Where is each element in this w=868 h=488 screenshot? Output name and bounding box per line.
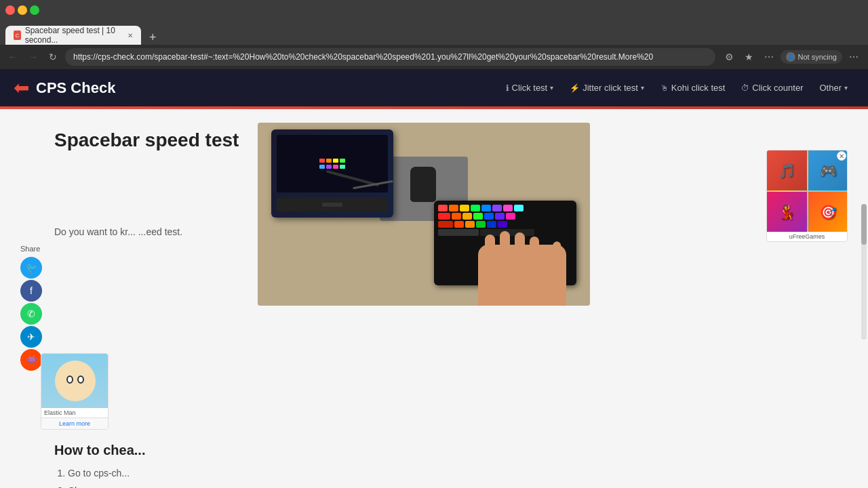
nav-item-click-test[interactable]: ℹ Click test ▾ [499,79,561,97]
facebook-share-button[interactable]: f [20,280,42,302]
more-button[interactable]: ⋯ [760,49,778,65]
side-ad-container: 🎵 🎮 💃 🎯 uFreeGames ✕ [766,150,848,242]
how-to-list: Go to cps-ch... Choose spac... Click "ST… [54,465,827,488]
nav-item-counter[interactable]: ⏱ Click counter [734,79,810,97]
nav-label-jitter: Jitter click test [583,83,638,93]
address-bar: ← → ↻ ⚙ ★ ⋯ 👤 Not syncing ⋯ [0,45,868,69]
elastic-man-learn-more[interactable]: Learn more [41,418,108,429]
nav-label-kohi: Kohi click test [671,83,725,93]
tab-close-button[interactable]: ✕ [127,32,133,39]
window-controls [5,5,39,15]
share-label: Share [20,245,42,253]
share-sidebar: Share 🐦 f ✆ ✈ 👾 [20,245,42,371]
nav-label-other: Other [819,83,842,93]
forward-button[interactable]: → [26,49,41,65]
settings-button[interactable]: ⋯ [845,49,863,65]
sync-button[interactable]: 👤 Not syncing [781,50,842,64]
dropdown-arrow-icon: ▾ [550,84,553,92]
refresh-button[interactable]: ↻ [46,49,60,65]
logo-arrow-icon: ⬅ [14,77,29,99]
mouse [410,167,436,202]
telegram-share-button[interactable]: ✈ [20,326,42,348]
hand [478,245,566,306]
how-to-item-1: Go to cps-ch... [68,465,827,482]
info-icon: ℹ [506,83,509,93]
nav-item-kohi[interactable]: 🖱 Kohi click test [654,79,732,97]
side-ad-image: 🎵 🎮 💃 🎯 [767,150,848,232]
maximize-button[interactable] [30,5,39,15]
sync-label: Not syncing [798,53,837,61]
scrollbar[interactable] [861,204,867,340]
side-ad-inner: 🎵 🎮 💃 🎯 uFreeGames [766,150,848,242]
nav-item-jitter[interactable]: ⚡ Jitter click test ▾ [563,79,651,97]
logo[interactable]: ⬅ CPS Check [14,77,115,99]
jitter-icon: ⚡ [570,83,580,93]
close-button[interactable] [5,5,15,15]
video-overlay [258,123,590,306]
browser-window: C Spacebar speed test | 10 second... ✕ +… [0,0,868,488]
side-ad: 🎵 🎮 💃 🎯 uFreeGames ✕ [766,150,848,242]
minimize-button[interactable] [18,5,27,15]
logo-text: CPS Check [36,79,115,97]
sync-icon: 👤 [786,52,795,62]
reddit-share-button[interactable]: 👾 [20,349,42,371]
tab-favicon: C [14,30,21,40]
side-ad-close-button[interactable]: ✕ [837,151,846,161]
how-to-section: How to chea... Go to cps-ch... Choose sp… [54,443,827,488]
active-tab[interactable]: C Spacebar speed test | 10 second... ✕ [5,26,141,45]
favorites-button[interactable]: ★ [741,49,757,65]
timer-icon: ⏱ [741,83,749,93]
whatsapp-share-button[interactable]: ✆ [20,303,42,325]
dropdown-arrow-jitter-icon: ▾ [641,84,644,92]
dropdown-arrow-other-icon: ▾ [844,84,848,92]
address-input[interactable] [65,48,715,66]
nav-items: ℹ Click test ▾ ⚡ Jitter click test ▾ 🖱 K… [499,79,855,97]
elastic-man-label: Elastic Man [41,408,108,418]
elastic-man-ad: Elastic Man Learn more [41,353,108,430]
elastic-man-image [41,354,108,408]
back-button[interactable]: ← [5,49,20,65]
twitter-share-button[interactable]: 🐦 [20,257,42,279]
site-nav: ⬅ CPS Check ℹ Click test ▾ ⚡ Jitter clic… [0,69,868,106]
nav-label-click-test: Click test [512,83,548,93]
how-to-item-2: Choose spac... [68,483,827,488]
elastic-face [55,361,96,401]
title-bar [0,0,868,20]
how-to-title: How to chea... [54,443,827,458]
tab-bar: C Spacebar speed test | 10 second... ✕ + [0,20,868,45]
website: ⬅ CPS Check ℹ Click test ▾ ⚡ Jitter clic… [0,69,868,488]
nav-label-counter: Click counter [752,83,803,93]
main-content: Share 🐦 f ✆ ✈ 👾 Spacebar speed test ✔ Yo… [0,109,868,488]
tab-title: Spacebar speed test | 10 second... [25,26,121,45]
new-tab-button[interactable]: + [144,30,162,45]
how-to-title-ellipsis: a... [127,443,146,458]
nav-item-other[interactable]: Other ▾ [812,79,854,97]
scrollbar-thumb[interactable] [861,204,867,245]
side-ad-label: uFreeGames [767,232,847,241]
left-ad: Elastic Man Learn more [41,353,108,430]
browser-actions: ⚙ ★ ⋯ 👤 Not syncing ⋯ [721,49,863,65]
extensions-button[interactable]: ⚙ [721,49,738,65]
mouse-icon: 🖱 [660,83,669,93]
